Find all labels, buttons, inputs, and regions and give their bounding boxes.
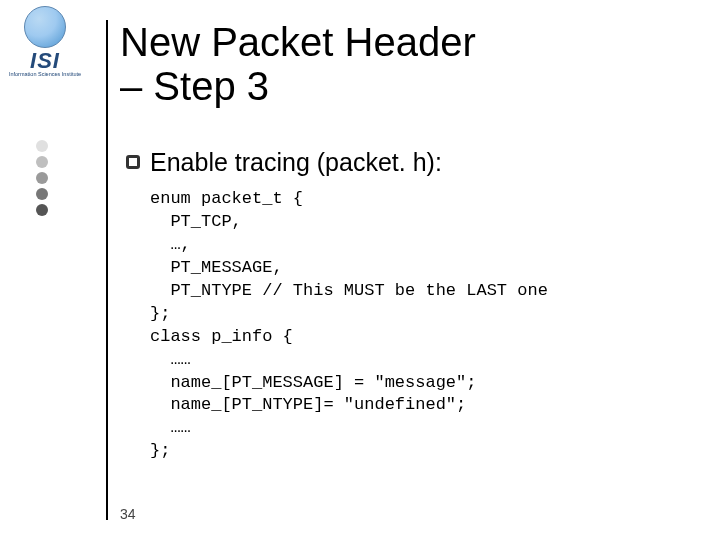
slide-title: New Packet Header – Step 3 bbox=[120, 20, 476, 108]
decorative-dots bbox=[36, 140, 48, 216]
logo-subline: Information Sciences Institute bbox=[6, 72, 84, 78]
code-block: enum packet_t { PT_TCP, …, PT_MESSAGE, P… bbox=[150, 188, 548, 463]
title-line-1: New Packet Header bbox=[120, 20, 476, 64]
logo-abbrev: ISI bbox=[6, 50, 84, 72]
page-number: 34 bbox=[120, 506, 136, 522]
title-line-2: – Step 3 bbox=[120, 64, 269, 108]
bullet-icon bbox=[126, 155, 140, 169]
isi-logo: ISI Information Sciences Institute bbox=[6, 6, 84, 78]
globe-icon bbox=[24, 6, 66, 48]
vertical-rule bbox=[106, 20, 108, 520]
bullet-text: Enable tracing (packet. h): bbox=[150, 148, 442, 177]
